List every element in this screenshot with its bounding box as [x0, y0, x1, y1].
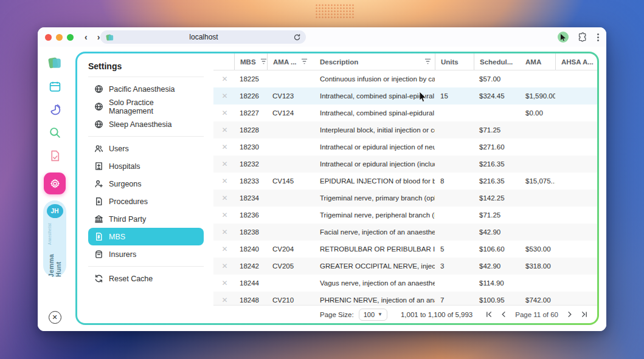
- settings-item-mbs[interactable]: MBS: [88, 228, 204, 245]
- settings-item-hospitals[interactable]: Hospitals: [88, 157, 204, 175]
- remove-row-button[interactable]: ✕: [213, 245, 234, 253]
- cell-desc: Continuous infusion or injection by cath…: [314, 75, 435, 83]
- table-row-mbs-18225[interactable]: ✕18225Continuous infusion or injection b…: [213, 70, 597, 87]
- cell-schedule: $100.95: [474, 296, 520, 304]
- table-row-mbs-18232[interactable]: ✕18232Intrathecal or epidural injection …: [213, 156, 597, 173]
- settings-item-surgeons[interactable]: Surgeons: [88, 175, 204, 193]
- column-header-ahsa[interactable]: AHSA A...: [555, 53, 599, 70]
- collapse-close-button[interactable]: ✕: [49, 311, 61, 324]
- remove-row-button[interactable]: ✕: [213, 126, 234, 134]
- reload-icon[interactable]: [293, 33, 301, 41]
- browser-toolbar: ‹ › localhost: [38, 27, 606, 47]
- table-row-mbs-18244[interactable]: ✕18244Vagus nerve, injection of an anaes…: [213, 275, 597, 292]
- remove-row-button[interactable]: ✕: [213, 211, 234, 219]
- table-row-mbs-18240[interactable]: ✕18240CV204RETROBULBAR OR PERIBULBAR INJ…: [213, 241, 597, 258]
- url-bar[interactable]: localhost: [100, 30, 306, 44]
- screen-share-indicator-icon[interactable]: [558, 32, 569, 43]
- table-row-mbs-18227[interactable]: ✕18227CV124Intrathecal, combined spinal-…: [213, 104, 597, 121]
- zoom-window-button[interactable]: [67, 34, 74, 41]
- settings-item-sleep-anaesthesia[interactable]: Sleep Anaesthesia: [88, 115, 204, 133]
- cell-mbs: 18234: [234, 194, 267, 202]
- settings-item-pacific-anaesthesia[interactable]: Pacific Anaesthesia: [88, 80, 204, 98]
- table-row-mbs-18238[interactable]: ✕18238Facial nerve, injection of an anae…: [213, 224, 597, 241]
- surgeon-icon: [94, 179, 103, 188]
- remove-row-button[interactable]: ✕: [213, 92, 234, 100]
- cell-mbs: 18240: [234, 245, 267, 253]
- page-size-select[interactable]: 100▼: [359, 309, 387, 321]
- remove-row-button[interactable]: ✕: [213, 75, 234, 83]
- cell-mbs: 18236: [234, 211, 267, 219]
- settings-item-insurers[interactable]: Insurers: [88, 245, 204, 263]
- document-check-icon[interactable]: [49, 149, 61, 162]
- cell-schedule: $216.35: [474, 160, 520, 168]
- calendar-icon[interactable]: [49, 80, 61, 93]
- column-header-schedule[interactable]: Schedul...: [474, 53, 520, 70]
- settings-item-third-party[interactable]: Third Party: [88, 210, 204, 228]
- first-page-icon[interactable]: [486, 311, 493, 318]
- settings-item-reset-cache[interactable]: Reset Cache: [88, 270, 204, 287]
- column-header-ama_fee[interactable]: AMA: [520, 53, 555, 70]
- settings-item-procedures[interactable]: Procedures: [88, 193, 204, 210]
- cell-mbs: 18228: [234, 126, 267, 134]
- cell-desc: Interpleural block, initial injection or…: [314, 126, 435, 134]
- remove-row-button[interactable]: ✕: [213, 228, 234, 236]
- minimize-window-button[interactable]: [56, 34, 63, 41]
- next-page-icon[interactable]: [566, 311, 573, 318]
- remove-row-button[interactable]: ✕: [213, 279, 234, 287]
- remove-row-button[interactable]: ✕: [213, 296, 234, 304]
- cell-ama_item: CV124: [267, 109, 314, 117]
- table-row-mbs-18228[interactable]: ✕18228Interpleural block, initial inject…: [213, 121, 597, 138]
- settings-nav-button[interactable]: [44, 173, 66, 194]
- remove-row-button[interactable]: ✕: [213, 177, 234, 185]
- settings-item-users[interactable]: Users: [88, 140, 204, 157]
- remove-row-button[interactable]: ✕: [213, 262, 234, 270]
- pie-chart-icon[interactable]: [49, 103, 61, 116]
- cell-mbs: 18242: [234, 262, 267, 270]
- settings-item-solo-practice-management[interactable]: Solo Practice Management: [88, 98, 204, 115]
- table-row-mbs-18234[interactable]: ✕18234Trigeminal nerve, primary branch (…: [213, 190, 597, 207]
- search-icon[interactable]: [49, 126, 61, 139]
- filter-icon[interactable]: [424, 58, 431, 66]
- table-row-mbs-18236[interactable]: ✕18236Trigeminal nerve, peripheral branc…: [213, 207, 597, 224]
- browser-menu-icon[interactable]: [597, 33, 599, 41]
- remove-row-button[interactable]: ✕: [213, 160, 234, 168]
- window-controls: [45, 34, 74, 41]
- back-button[interactable]: ‹: [85, 33, 88, 41]
- remove-row-button[interactable]: ✕: [213, 194, 234, 202]
- table-row-mbs-18230[interactable]: ✕18230Intrathecal or epidural injection …: [213, 138, 597, 156]
- cell-schedule: $42.90: [474, 262, 520, 270]
- close-window-button[interactable]: [45, 34, 52, 41]
- app-logo[interactable]: [46, 55, 63, 70]
- cell-desc: EPIDURAL INJECTION of blood for bloo...: [314, 177, 435, 185]
- chevron-down-icon: ▼: [378, 312, 383, 317]
- remove-row-button[interactable]: ✕: [213, 109, 234, 117]
- cell-desc: Vagus nerve, injection of an anaestheti.…: [314, 279, 435, 287]
- filter-icon[interactable]: [301, 58, 308, 66]
- cell-schedule: $271.60: [474, 143, 520, 151]
- users-icon: [94, 144, 103, 153]
- cell-desc: PHRENIC NERVE, injection of an anaest...: [314, 296, 435, 304]
- column-header-desc[interactable]: Description: [314, 53, 435, 70]
- user-profile-pill[interactable]: JH Jemma Hunt Anaesthetist: [43, 200, 66, 277]
- extensions-puzzle-icon[interactable]: [578, 32, 588, 43]
- table-row-mbs-18226[interactable]: ✕18226CV123Intrathecal, combined spinal-…: [213, 87, 597, 104]
- column-header-units[interactable]: Units: [435, 53, 474, 70]
- last-page-icon[interactable]: [581, 311, 587, 318]
- cell-mbs: 18225: [234, 75, 267, 83]
- cell-schedule: $71.25: [474, 211, 520, 219]
- settings-item-label: Insurers: [109, 250, 136, 259]
- table-header-row: MBSAMA ...DescriptionUnitsSchedul...AMAA…: [213, 53, 597, 70]
- table-row-mbs-18233[interactable]: ✕18233CV145EPIDURAL INJECTION of blood f…: [213, 173, 597, 190]
- url-text: localhost: [114, 33, 293, 41]
- settings-item-label: Solo Practice Management: [109, 98, 198, 115]
- forward-button[interactable]: ›: [97, 33, 100, 41]
- cell-ama_item: CV145: [267, 177, 314, 185]
- table-row-mbs-18248[interactable]: ✕18248CV210PHRENIC NERVE, injection of a…: [213, 292, 597, 305]
- remove-row-button[interactable]: ✕: [213, 143, 234, 151]
- settings-item-label: Pacific Anaesthesia: [109, 85, 175, 94]
- prev-page-icon[interactable]: [500, 311, 507, 318]
- table-row-mbs-18242[interactable]: ✕18242CV205GREATER OCCIPITAL NERVE, inje…: [213, 258, 597, 275]
- column-header-ama_item[interactable]: AMA ...: [267, 53, 314, 70]
- column-header-mbs[interactable]: MBS: [234, 53, 267, 70]
- filter-icon[interactable]: [260, 58, 267, 66]
